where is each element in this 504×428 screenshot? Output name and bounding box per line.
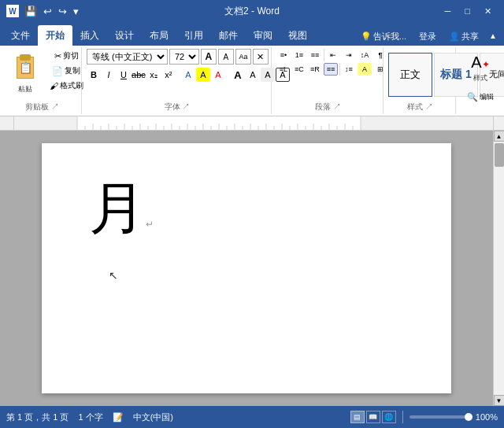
increase-indent-button[interactable]: ⇥: [342, 49, 356, 61]
bullets-button[interactable]: ≡•: [276, 49, 291, 61]
superscript-button[interactable]: x²: [161, 68, 176, 82]
word-count-status: 1 个字: [78, 411, 102, 423]
edit-icon: A✦: [471, 54, 489, 72]
tab-design[interactable]: 设计: [107, 25, 142, 46]
close-button[interactable]: ✕: [478, 5, 498, 18]
paragraph-launcher-icon[interactable]: ↗: [333, 102, 341, 111]
zoom-slider[interactable]: [410, 415, 472, 419]
clipboard-launcher-icon[interactable]: ↗: [51, 102, 59, 111]
decrease-indent-button[interactable]: ⇤: [326, 49, 340, 61]
italic-button[interactable]: I: [102, 68, 116, 82]
edit-group: A✦ 样式 🔍 编辑: [458, 47, 501, 114]
document-area: 月↵ ↖ ▲ ▼: [0, 131, 504, 406]
document-text: 月: [89, 177, 146, 240]
align-left-button[interactable]: ≡L: [276, 63, 291, 76]
document-page[interactable]: 月↵ ↖: [42, 143, 451, 393]
ruler-area: [0, 116, 504, 131]
format-painter-button[interactable]: 🖌 格式刷: [46, 79, 87, 93]
collapse-ribbon-button[interactable]: ▲: [487, 29, 499, 42]
tab-file[interactable]: 文件: [3, 25, 38, 46]
styles-label: 样式 ↗: [388, 101, 452, 113]
document-content[interactable]: 月↵: [89, 175, 404, 242]
change-case-button[interactable]: Aa: [235, 49, 251, 65]
word-count-text: 1 个字: [78, 411, 102, 423]
tab-mailings[interactable]: 邮件: [211, 25, 246, 46]
save-qat-button[interactable]: 💾: [22, 6, 39, 17]
tab-review[interactable]: 审阅: [246, 25, 280, 46]
view-buttons: ▤ 📖 🌐: [350, 411, 396, 423]
line-spacing-button[interactable]: ↕≡: [342, 63, 356, 76]
style-normal[interactable]: 正文: [388, 53, 432, 97]
redo-qat-button[interactable]: ↪: [56, 6, 69, 17]
text-highlight-button[interactable]: A: [196, 68, 210, 82]
ribbon-tabs-row: 文件 开始 插入 设计 布局 引用 邮件 审阅 视图 💡 告诉我... 登录 👤…: [0, 22, 504, 46]
tab-references[interactable]: 引用: [176, 25, 211, 46]
paragraph-group-content: ≡• 1≡ ≡≡ ⇤ ⇥ ↕A ¶ ≡L ≡C ≡R ≡≡ ↕≡ A ⊞: [276, 49, 387, 100]
minimize-button[interactable]: ─: [439, 5, 458, 17]
edit-large-button[interactable]: A✦ 样式: [461, 49, 500, 88]
title-bar-left: W 💾 ↩ ↪ ▾: [6, 5, 81, 17]
font-launcher-icon[interactable]: ↗: [182, 102, 190, 111]
tab-layout[interactable]: 布局: [142, 25, 176, 46]
scroll-down-button[interactable]: ▼: [494, 395, 505, 406]
cut-button[interactable]: ✂ 剪切: [46, 49, 87, 63]
tab-home[interactable]: 开始: [38, 25, 72, 46]
ribbon-right-items: 💡 告诉我... 登录 👤 共享 ▲: [356, 29, 504, 46]
font-name-select[interactable]: 等线 (中文正文): [87, 49, 168, 65]
text-effect-button[interactable]: A: [181, 68, 195, 82]
proofing-status: 📝: [113, 412, 124, 422]
decrease-font-button[interactable]: A: [218, 49, 234, 65]
ruler-scroll-spacer: [493, 116, 504, 131]
align-right-button[interactable]: ≡R: [308, 63, 322, 76]
align-center-button[interactable]: ≡C: [292, 63, 306, 76]
tab-view[interactable]: 视图: [280, 25, 315, 46]
paste-button[interactable]: 📋 粘贴: [6, 49, 44, 98]
font-group-content: 等线 (中文正文) 72 A A Aa ✕ B I U abc x₂ x² A: [87, 49, 290, 100]
increase-font-button[interactable]: A: [201, 49, 217, 65]
strikethrough-button[interactable]: abc: [132, 68, 146, 82]
read-mode-view-button[interactable]: 📖: [366, 411, 380, 423]
tab-insert[interactable]: 插入: [72, 25, 107, 46]
lightbulb-icon: 💡: [361, 31, 372, 42]
zoom-thumb[interactable]: [465, 413, 472, 421]
text-size-decrease-button[interactable]: A: [246, 68, 260, 82]
share-button[interactable]: 👤 共享: [444, 29, 484, 44]
styles-launcher-icon[interactable]: ↗: [425, 102, 433, 111]
undo-qat-button[interactable]: ↩: [41, 6, 54, 17]
document-page-area[interactable]: 月↵ ↖: [0, 131, 493, 406]
font-size-select[interactable]: 72: [169, 49, 199, 65]
word-icon: W: [6, 5, 19, 17]
vertical-scrollbar[interactable]: ▲ ▼: [493, 131, 504, 406]
subscript-button[interactable]: x₂: [146, 68, 161, 82]
bold-button[interactable]: B: [87, 68, 101, 82]
copy-icon: 📄: [52, 66, 63, 76]
find-button[interactable]: 🔍 编辑: [461, 90, 500, 104]
numbering-button[interactable]: 1≡: [292, 49, 306, 61]
window-title: 文档2 - Word: [224, 5, 280, 18]
cursor: ↖: [109, 269, 118, 282]
clipboard-group: 📋 粘贴 ✂ 剪切 📄 复制 🖌 格式刷: [3, 47, 82, 114]
font-color-button[interactable]: A: [211, 68, 225, 82]
sort-button[interactable]: ↕A: [358, 49, 372, 61]
scroll-up-button[interactable]: ▲: [494, 131, 505, 142]
print-layout-view-button[interactable]: ▤: [350, 411, 365, 423]
clipboard-label: 剪贴板 ↗: [6, 101, 78, 113]
text-size-increase-button[interactable]: A: [231, 68, 245, 82]
font-name-size-row: 等线 (中文正文) 72 A A Aa ✕: [87, 49, 269, 65]
web-layout-view-button[interactable]: 🌐: [382, 411, 396, 423]
clear-format-button[interactable]: ✕: [253, 49, 269, 65]
scroll-thumb[interactable]: [495, 143, 504, 167]
multilevel-list-button[interactable]: ≡≡: [308, 49, 322, 61]
justify-button[interactable]: ≡≡: [324, 63, 338, 76]
tell-me-button[interactable]: 💡 告诉我...: [356, 29, 411, 44]
underline-button[interactable]: U: [117, 68, 131, 82]
maximize-button[interactable]: □: [458, 5, 476, 17]
paragraph-label: 段落 ↗: [276, 101, 380, 113]
signin-button[interactable]: 登录: [414, 29, 441, 44]
copy-button[interactable]: 📄 复制: [46, 64, 87, 78]
font-format-row: B I U abc x₂ x² A A A A A A A: [87, 68, 290, 82]
clipboard-group-content: 📋 粘贴 ✂ 剪切 📄 复制 🖌 格式刷: [6, 49, 87, 100]
customize-qat-button[interactable]: ▾: [71, 6, 81, 17]
paragraph-mark: ↵: [146, 219, 154, 230]
shading-button[interactable]: A: [358, 63, 372, 76]
